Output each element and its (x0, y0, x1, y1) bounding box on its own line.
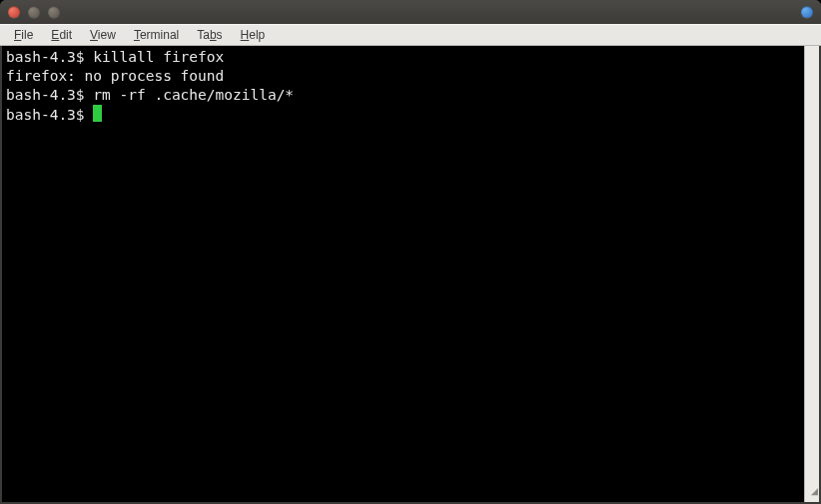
maximize-icon[interactable] (48, 6, 60, 18)
window-controls (8, 6, 801, 18)
menu-terminal[interactable]: Terminal (126, 26, 187, 44)
prompt: bash-4.3$ (6, 49, 93, 65)
minimize-icon[interactable] (28, 6, 40, 18)
content-area: bash-4.3$ killall firefoxfirefox: no pro… (0, 46, 821, 504)
term-line: bash-4.3$ (6, 105, 802, 125)
term-line: firefox: no process found (6, 67, 802, 86)
terminal-window: File Edit View Terminal Tabs Help bash-4… (0, 0, 821, 504)
resize-grip-icon[interactable]: ◢ (804, 487, 818, 501)
prompt: bash-4.3$ (6, 87, 93, 103)
term-line: bash-4.3$ rm -rf .cache/mozilla/* (6, 86, 802, 105)
prompt: bash-4.3$ (6, 107, 93, 123)
output-text: firefox: no process found (6, 68, 224, 84)
cursor-icon (93, 105, 102, 122)
command-text: killall firefox (93, 49, 224, 65)
terminal-output[interactable]: bash-4.3$ killall firefoxfirefox: no pro… (2, 46, 804, 502)
menu-tabs[interactable]: Tabs (189, 26, 230, 44)
window-indicator-icon (801, 6, 813, 18)
term-line: bash-4.3$ killall firefox (6, 48, 802, 67)
menu-help[interactable]: Help (233, 26, 274, 44)
menu-edit[interactable]: Edit (43, 26, 80, 44)
menu-view[interactable]: View (82, 26, 124, 44)
menubar: File Edit View Terminal Tabs Help (0, 24, 821, 46)
vertical-scrollbar[interactable]: ◢ (804, 46, 819, 502)
close-icon[interactable] (8, 6, 20, 18)
titlebar[interactable] (0, 0, 821, 24)
menu-file[interactable]: File (6, 26, 41, 44)
command-text: rm -rf .cache/mozilla/* (93, 87, 294, 103)
